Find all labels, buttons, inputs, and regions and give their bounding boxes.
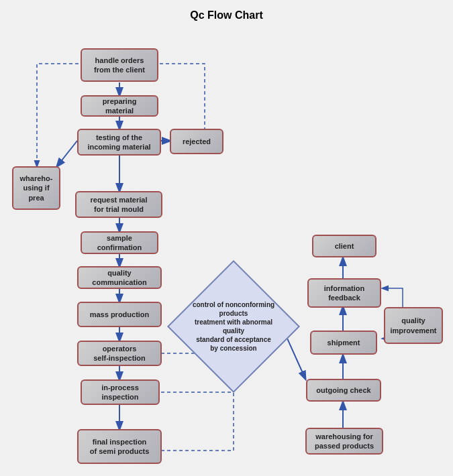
warehousing-box: whareho- using if prea bbox=[12, 166, 60, 210]
client-box: client bbox=[312, 235, 376, 257]
quality-improvement-box: quality improvement bbox=[384, 307, 443, 344]
warehousing-passed-box: warehousing for passed products bbox=[305, 428, 383, 455]
svg-line-3 bbox=[57, 141, 77, 166]
rejected-box: rejected bbox=[170, 129, 223, 154]
outgoing-check-box: outgoing check bbox=[306, 379, 381, 402]
quality-comm-box: quality communication bbox=[77, 266, 162, 289]
request-material-box: request material for trial mould bbox=[75, 191, 162, 218]
preparing-box: preparing material bbox=[81, 95, 158, 117]
shipment-box: shipment bbox=[310, 331, 377, 355]
testing-box: testing of the incoming material bbox=[77, 129, 161, 156]
handle-orders-box: handle orders from the client bbox=[81, 48, 158, 82]
operators-box: operators self-inspection bbox=[77, 341, 162, 366]
final-inspection-box: final inspection of semi products bbox=[77, 429, 162, 464]
diamond-container: control of nonconforming products treatm… bbox=[187, 280, 281, 373]
page-title: Qc Flow Chart bbox=[0, 0, 453, 21]
information-feedback-box: information feedback bbox=[307, 278, 381, 308]
diamond-text: control of nonconforming products treatm… bbox=[187, 280, 281, 373]
flowchart-arrows bbox=[0, 0, 453, 476]
mass-production-box: mass production bbox=[77, 302, 162, 327]
flowchart-page: Qc Flow Chart bbox=[0, 0, 453, 476]
in-process-box: in-process inspection bbox=[81, 379, 160, 405]
sample-box: sample confirmation bbox=[81, 231, 158, 254]
